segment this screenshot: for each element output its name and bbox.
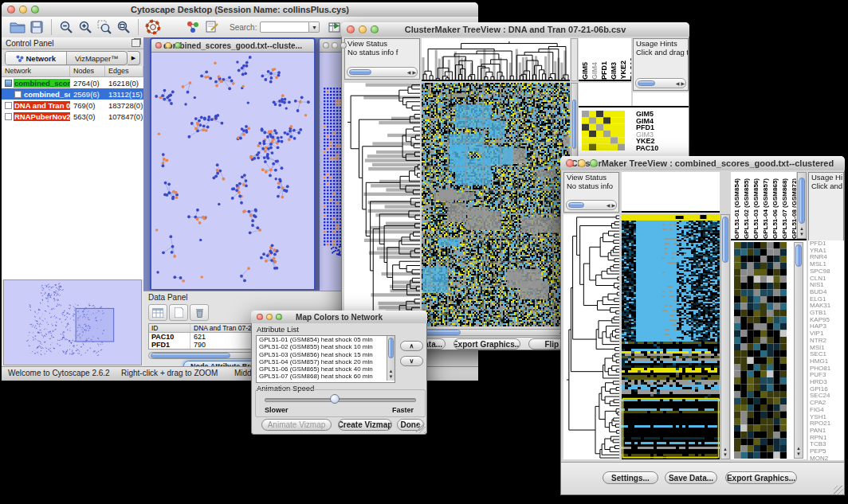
minimize-icon[interactable]: [359, 25, 367, 33]
scroll-left-icon[interactable]: ◀: [406, 69, 412, 75]
tv2-column-dendrogram[interactable]: [622, 172, 720, 213]
scroll-thumb[interactable]: [638, 80, 655, 86]
tab-vizmapper[interactable]: VizMapper™: [67, 52, 128, 64]
minimize-icon[interactable]: [578, 159, 586, 167]
tv1-titlebar[interactable]: ClusterMaker TreeView : DNA and Tran 07-…: [341, 22, 689, 37]
tv2-titlebar[interactable]: ClusterMaker TreeView : combined_scores_…: [560, 156, 845, 171]
scroll-thumb[interactable]: [572, 100, 576, 149]
attribute-item[interactable]: GPL51-02 (GSM855) heat shock 10 min: [257, 343, 395, 350]
attribute-item[interactable]: GPL51-04 (GSM857) heat shock 20 min: [257, 358, 395, 365]
scroll-thumb[interactable]: [424, 330, 461, 335]
close-icon[interactable]: [323, 42, 329, 49]
float-panel-icon[interactable]: [132, 39, 140, 47]
zoom-window-icon[interactable]: [276, 314, 282, 320]
tv1-hints-scrollbar[interactable]: ◀ ▶: [635, 78, 686, 88]
add-node-icon[interactable]: [183, 18, 202, 36]
scroll-thumb[interactable]: [349, 69, 371, 75]
tv2-label-scrollbar[interactable]: ▲▼: [797, 172, 807, 239]
scroll-left-icon[interactable]: ◀: [606, 202, 611, 208]
main-titlebar[interactable]: Cytoscape Desktop (Session Name: collins…: [2, 2, 478, 18]
close-icon[interactable]: [257, 314, 263, 320]
tv1-row-dendrogram[interactable]: [344, 83, 420, 326]
tv1-hscrollbar[interactable]: ◀ ▶: [422, 329, 570, 336]
attribute-item[interactable]: GPL51-03 (GSM856) heat shock 15 min: [257, 351, 395, 358]
tv2-zoom-heatmap[interactable]: [734, 242, 787, 459]
help-lifebuoy-icon[interactable]: [143, 18, 163, 36]
settings-button[interactable]: Settings...: [603, 471, 658, 484]
zoom-fit-icon[interactable]: [114, 18, 133, 36]
save-icon[interactable]: [27, 18, 46, 36]
zoom-window-icon[interactable]: [175, 42, 181, 49]
scroll-thumb[interactable]: [795, 244, 802, 267]
animate-vizmap-button[interactable]: Animate Vizmap: [261, 419, 332, 431]
resize-grip[interactable]: [834, 486, 843, 495]
zoom-selected-icon[interactable]: [95, 18, 114, 36]
minimize-icon[interactable]: [332, 42, 338, 49]
close-icon[interactable]: [347, 25, 355, 33]
scroll-arrows[interactable]: ▲▼: [387, 369, 395, 380]
close-icon[interactable]: [155, 42, 162, 49]
network-canvas[interactable]: [151, 53, 314, 289]
zoom-in-icon[interactable]: [76, 18, 95, 36]
attribute-item[interactable]: GPL51-06 (GSM865) heat shock 40 min: [257, 365, 395, 373]
scroll-right-icon[interactable]: ▶: [411, 69, 417, 75]
tv1-zoom-heatmap[interactable]: [582, 111, 625, 150]
scroll-arrows[interactable]: ▲▼: [798, 226, 806, 237]
search-dropdown-icon[interactable]: ▼: [309, 21, 320, 33]
export-graphics-button[interactable]: Export Graphics...: [453, 338, 520, 350]
network-row[interactable]: DNA and Tran 07 769(0) 183728(0): [2, 100, 143, 111]
zoom-out-icon[interactable]: [57, 18, 76, 36]
scroll-thumb[interactable]: [722, 217, 728, 263]
scroll-thumb[interactable]: [799, 178, 805, 224]
create-vizmap-button[interactable]: Create Vizmap: [338, 419, 392, 431]
network-view-window[interactable]: combined_scores_good.txt--cluste...: [150, 37, 316, 290]
annotation-icon[interactable]: [202, 18, 222, 36]
tv2-status-scrollbar[interactable]: ◀ ▶: [566, 200, 617, 210]
search-input[interactable]: [260, 21, 309, 33]
network-row[interactable]: combined_sco 2569(6) 13112(15): [2, 88, 143, 100]
birdseye-canvas[interactable]: [4, 280, 139, 363]
tv1-status-scrollbar[interactable]: ◀ ▶: [347, 67, 418, 77]
tv2-zoom-scrollbar[interactable]: ▲▼: [794, 242, 803, 459]
zoom-window-icon[interactable]: [371, 25, 379, 33]
scroll-arrows[interactable]: ▲▼: [795, 446, 803, 457]
save-data-button[interactable]: Save Data...: [665, 471, 717, 484]
move-down-button[interactable]: ∨: [400, 356, 423, 366]
trash-icon[interactable]: [190, 304, 209, 321]
listbox-scrollbar[interactable]: ▲▼: [387, 336, 395, 381]
zoom-window-icon[interactable]: [31, 6, 39, 14]
attribute-item[interactable]: GPL51-01 (GSM854) heat shock 05 min: [257, 336, 395, 343]
tv2-row-dendrogram[interactable]: [563, 214, 619, 459]
scroll-thumb[interactable]: [388, 338, 394, 358]
scroll-thumb[interactable]: [151, 353, 230, 358]
network-row[interactable]: combined_scores_ 2764(0) 16218(0): [2, 77, 143, 88]
close-icon[interactable]: [7, 6, 15, 14]
move-up-button[interactable]: ∧: [400, 341, 423, 351]
scroll-right-icon[interactable]: ▶: [680, 80, 685, 86]
more-tabs-icon[interactable]: ▶: [128, 51, 140, 65]
scroll-left-icon[interactable]: ◀: [675, 80, 681, 86]
birdseye-view[interactable]: [3, 279, 142, 365]
scroll-right-icon[interactable]: ▶: [610, 202, 616, 208]
tab-network[interactable]: Network: [6, 52, 67, 64]
dialog-titlebar[interactable]: Map Colors to Network: [251, 311, 427, 324]
scroll-thumb[interactable]: [568, 202, 584, 208]
resize-grip[interactable]: [416, 424, 426, 433]
export-graphics-button[interactable]: Export Graphics...: [725, 471, 797, 484]
minimize-icon[interactable]: [19, 6, 27, 14]
tv2-vscrollbar[interactable]: ▲▼: [720, 214, 730, 459]
zoom-window-icon[interactable]: [590, 159, 598, 167]
close-icon[interactable]: [566, 159, 574, 167]
network-view-titlebar[interactable]: combined_scores_good.txt--cluste...: [151, 39, 314, 53]
attribute-listbox[interactable]: GPL51-01 (GSM854) heat shock 05 minGPL51…: [256, 335, 395, 383]
tv1-heatmap[interactable]: [422, 83, 570, 326]
animation-speed-slider[interactable]: [265, 398, 416, 402]
scroll-arrows[interactable]: ▲▼: [721, 447, 729, 458]
attribute-item[interactable]: GPL51-07 (GSM868) heat shock 60 min: [257, 373, 395, 380]
tv2-heatmap[interactable]: [622, 214, 720, 459]
minimize-icon[interactable]: [165, 42, 171, 49]
tv1-column-dendrogram[interactable]: [422, 38, 570, 81]
new-document-icon[interactable]: [169, 304, 188, 321]
minimize-icon[interactable]: [266, 314, 273, 320]
zoom-window-icon[interactable]: [340, 42, 347, 49]
